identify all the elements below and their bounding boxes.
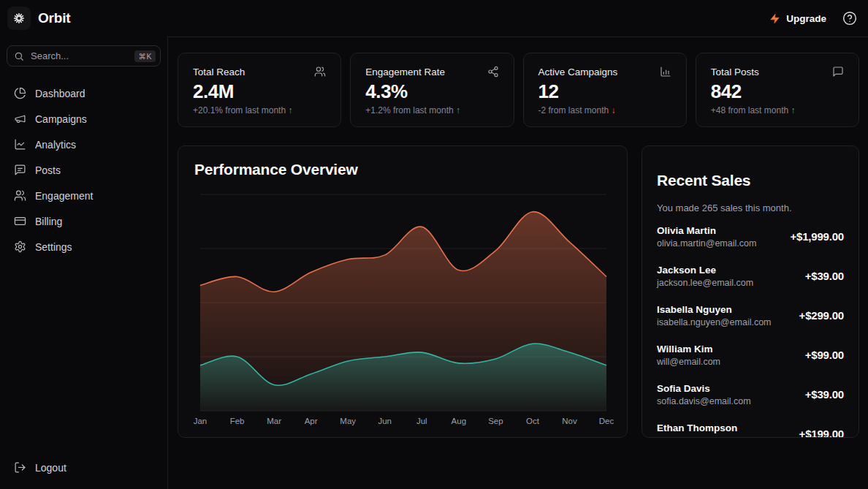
logout-button[interactable]: Logout: [7, 455, 161, 480]
sale-row: Ethan Thompson ethan.thompson@email.com …: [657, 422, 844, 438]
sidebar-item-label: Engagement: [35, 190, 93, 202]
performance-area-chart[interactable]: JanFebMarAprMayJunJulAugSepOctNovDec: [193, 183, 614, 428]
svg-text:Apr: Apr: [305, 417, 318, 425]
trend-up-icon: ↑: [791, 105, 795, 115]
stat-value: 4.3%: [365, 82, 498, 101]
sale-amount: +$99.00: [805, 349, 844, 361]
sale-amount: +$39.00: [805, 388, 844, 401]
zap-icon: [769, 13, 780, 24]
svg-text:May: May: [340, 417, 356, 425]
svg-text:Oct: Oct: [526, 417, 540, 425]
x-axis-labels: JanFebMarAprMayJunJulAugSepOctNovDec: [194, 417, 614, 425]
sidebar-item-label: Posts: [35, 164, 61, 176]
stat-delta: +20.1% from last month ↑: [193, 105, 326, 115]
stat-label: Engagement Rate: [365, 67, 445, 77]
search-input[interactable]: [29, 50, 129, 62]
stat-card-active-campaigns: Active Campaigns 12 -2 from last month ↓: [523, 53, 687, 127]
sidebar-item-label: Billing: [35, 216, 62, 227]
sidebar-item-label: Dashboard: [35, 88, 85, 99]
stat-delta: +48 from last month ↑: [711, 105, 844, 115]
svg-text:Feb: Feb: [230, 417, 245, 425]
sale-name: William Kim: [657, 344, 720, 355]
sale-row: Jackson Lee jackson.lee@email.com +$39.0…: [657, 265, 844, 288]
pie-chart-icon: [14, 87, 26, 99]
upgrade-label: Upgrade: [786, 13, 826, 24]
sale-row: William Kim will@email.com +$99.00: [657, 344, 844, 367]
stat-value: 2.4M: [193, 82, 326, 101]
logout-label: Logout: [35, 462, 66, 474]
recent-sales-list: Olivia Martin olivia.martin@email.com +$…: [657, 225, 844, 438]
stats-row: Total Reach 2.4M +20.1% from last month …: [178, 53, 859, 127]
credit-card-icon: [14, 215, 26, 227]
sale-row: Sofia Davis sofia.davis@email.com +$39.0…: [657, 383, 844, 406]
bar-chart-icon: [660, 66, 671, 77]
upgrade-button[interactable]: Upgrade: [766, 10, 829, 27]
search-box[interactable]: ⌘K: [7, 45, 161, 67]
search-shortcut-badge: ⌘K: [134, 50, 156, 62]
sale-name: Isabella Nguyen: [657, 304, 772, 315]
sale-name: Sofia Davis: [657, 383, 751, 394]
stat-delta: -2 from last month ↓: [538, 105, 671, 115]
sidebar-item-posts[interactable]: Posts: [7, 157, 161, 183]
sale-email: olivia.martin@email.com: [657, 238, 756, 249]
brand-name: Orbit: [38, 10, 70, 26]
help-circle-icon: [842, 11, 857, 26]
megaphone-icon: [14, 113, 26, 125]
sale-amount: +$1,999.00: [791, 230, 845, 243]
users-icon: [314, 66, 326, 77]
sale-name: Olivia Martin: [657, 225, 756, 236]
main-content: Total Reach 2.4M +20.1% from last month …: [168, 37, 868, 489]
orbit-logo-icon: [7, 7, 31, 30]
svg-text:Jun: Jun: [378, 417, 392, 425]
message-square-icon: [14, 164, 26, 176]
trend-up-icon: ↑: [288, 105, 292, 115]
sale-row: Isabella Nguyen isabella.nguyen@email.co…: [657, 304, 844, 327]
sidebar-item-analytics[interactable]: Analytics: [7, 132, 161, 157]
help-button[interactable]: [842, 11, 857, 26]
stat-delta: +1.2% from last month ↑: [365, 105, 498, 115]
stat-label: Total Posts: [711, 67, 759, 77]
stat-value: 12: [538, 82, 671, 101]
stat-card-total-reach: Total Reach 2.4M +20.1% from last month …: [178, 53, 341, 127]
sale-email: jackson.lee@email.com: [657, 278, 753, 288]
sidebar: ⌘K Dashboard Campaigns: [0, 37, 168, 489]
sale-name: Ethan Thompson: [657, 422, 773, 433]
stat-card-total-posts: Total Posts 842 +48 from last month ↑: [696, 53, 859, 127]
content-row: Performance Overview JanFebMarAprMayJunJ…: [178, 145, 859, 438]
sale-email: sofia.davis@email.com: [657, 396, 751, 406]
search-icon: [14, 51, 24, 61]
sidebar-item-dashboard[interactable]: Dashboard: [7, 80, 161, 106]
sidebar-item-label: Analytics: [35, 139, 76, 151]
topbar-actions: Upgrade: [766, 10, 857, 27]
line-chart-icon: [14, 138, 26, 151]
recent-sales-card: Recent Sales You made 265 sales this mon…: [642, 145, 859, 438]
sale-email: ethan.thompson@email.com: [657, 436, 773, 438]
svg-text:Dec: Dec: [599, 417, 614, 425]
sale-amount: +$199.00: [799, 428, 844, 438]
sale-email: isabella.nguyen@email.com: [657, 317, 772, 327]
sidebar-item-campaigns[interactable]: Campaigns: [7, 106, 161, 132]
svg-text:Jan: Jan: [194, 417, 208, 425]
sale-amount: +$39.00: [805, 270, 844, 282]
performance-overview-card: Performance Overview JanFebMarAprMayJunJ…: [178, 145, 628, 438]
chart-title: Performance Overview: [194, 161, 612, 178]
trend-down-icon: ↓: [612, 105, 616, 115]
svg-text:Aug: Aug: [452, 417, 466, 425]
message-square-icon: [832, 66, 844, 77]
svg-text:Sep: Sep: [488, 417, 503, 425]
trend-up-icon: ↑: [456, 105, 460, 115]
sale-row: Olivia Martin olivia.martin@email.com +$…: [657, 225, 844, 249]
recent-sales-subtitle: You made 265 sales this month.: [657, 202, 844, 213]
sidebar-item-settings[interactable]: Settings: [7, 234, 161, 259]
brand: Orbit: [7, 7, 70, 30]
svg-text:Mar: Mar: [267, 417, 281, 425]
sale-amount: +$299.00: [799, 309, 844, 322]
recent-sales-title: Recent Sales: [657, 172, 844, 189]
stat-label: Total Reach: [193, 67, 245, 77]
logout-icon: [14, 461, 26, 474]
sidebar-nav: Dashboard Campaigns Analytics: [7, 80, 161, 259]
sidebar-item-label: Campaigns: [35, 113, 87, 125]
sidebar-item-billing[interactable]: Billing: [7, 208, 161, 234]
svg-text:Nov: Nov: [562, 417, 577, 425]
sidebar-item-engagement[interactable]: Engagement: [7, 183, 161, 208]
